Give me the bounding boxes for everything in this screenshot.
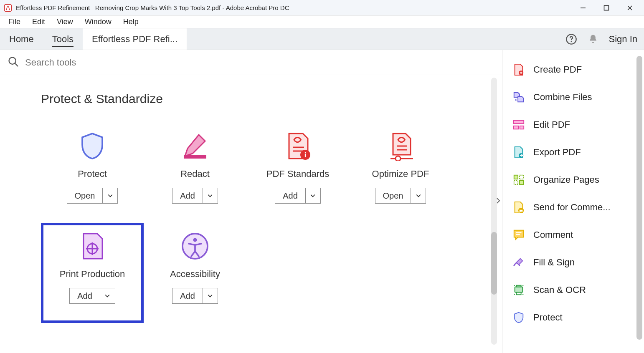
notifications-icon[interactable] (587, 33, 599, 45)
svg-text:i: i (304, 151, 307, 159)
search-icon (8, 56, 19, 69)
tab-row: Home Tools Effortless PDF Refi... Sign I… (0, 28, 644, 50)
rp-label: Send for Comme... (533, 202, 611, 213)
rp-item-edit-pdf[interactable]: Edit PDF (512, 113, 641, 136)
rp-item-export-pdf[interactable]: Export PDF (512, 141, 641, 164)
rp-label: Fill & Sign (533, 257, 575, 268)
search-input[interactable] (25, 57, 494, 68)
optimize-pdf-icon (385, 131, 416, 161)
right-panel-collapse-button[interactable] (494, 192, 502, 209)
fill-sign-icon (512, 256, 525, 269)
rp-label: Create PDF (533, 64, 582, 75)
svg-rect-24 (514, 121, 524, 124)
tool-dropdown-button[interactable] (203, 288, 218, 304)
tool-open-button[interactable]: Open (375, 188, 411, 204)
menu-help[interactable]: Help (117, 17, 145, 27)
svg-point-22 (193, 238, 197, 242)
scan-ocr-icon (512, 284, 525, 296)
redact-icon (180, 131, 210, 161)
svg-rect-2 (604, 5, 609, 10)
svg-rect-25 (514, 126, 518, 129)
menu-window[interactable]: Window (79, 17, 117, 27)
tool-card-accessibility[interactable]: Accessibility Add (144, 223, 246, 323)
tool-dropdown-button[interactable] (103, 188, 118, 204)
rp-label: Organize Pages (533, 174, 599, 185)
create-pdf-icon (512, 63, 525, 76)
main-area: Protect & Standardize Protect Open (0, 50, 502, 353)
svg-rect-28 (514, 175, 518, 179)
rp-item-send-for-comments[interactable]: Send for Comme... (512, 196, 641, 219)
tool-label: Protect (78, 169, 107, 179)
svg-rect-29 (520, 175, 523, 179)
menu-edit[interactable]: Edit (26, 17, 51, 27)
tab-document[interactable]: Effortless PDF Refi... (83, 28, 187, 50)
tool-label: Redact (180, 169, 210, 179)
svg-rect-37 (516, 292, 521, 295)
scrollbar-thumb[interactable] (491, 232, 497, 295)
rp-item-protect[interactable]: Protect (512, 306, 641, 329)
tool-label: PDF Standards (266, 169, 329, 179)
rp-label: Edit PDF (533, 119, 570, 130)
tool-add-button[interactable]: Add (172, 288, 203, 304)
tool-card-optimize-pdf[interactable]: Optimize PDF Open (349, 123, 452, 223)
right-panel-scrollbar[interactable] (636, 56, 642, 340)
rp-item-create-pdf[interactable]: Create PDF (512, 58, 641, 81)
rp-label: Protect (533, 312, 563, 323)
comment-icon (512, 229, 525, 241)
section-title: Protect & Standardize (41, 92, 492, 106)
combine-files-icon (512, 91, 525, 103)
tool-add-button[interactable]: Add (275, 188, 306, 204)
window-minimize-button[interactable] (571, 0, 595, 16)
tool-label: Accessibility (170, 269, 220, 280)
tool-card-print-production[interactable]: Print Production Add (41, 223, 144, 323)
svg-rect-35 (515, 287, 523, 292)
svg-rect-26 (520, 126, 524, 129)
tool-card-redact[interactable]: Redact Add (144, 123, 246, 223)
tool-dropdown-button[interactable] (306, 188, 321, 204)
sign-in-link[interactable]: Sign In (609, 34, 638, 45)
rp-item-fill-sign[interactable]: Fill & Sign (512, 251, 641, 274)
menu-file[interactable]: File (3, 17, 26, 27)
rp-item-combine-files[interactable]: Combine Files (512, 86, 641, 108)
rp-label: Combine Files (533, 92, 592, 103)
pdf-standards-icon: i (283, 131, 313, 161)
window-title: Effortless PDF Refinement_ Removing Crop… (16, 4, 289, 11)
send-for-comments-icon (512, 201, 525, 214)
rp-label: Comment (533, 229, 573, 240)
tool-dropdown-button[interactable] (203, 188, 218, 204)
tool-dropdown-button[interactable] (411, 188, 426, 204)
export-pdf-icon (512, 146, 525, 159)
main-scrollbar[interactable] (491, 78, 497, 345)
tab-tools[interactable]: Tools (43, 28, 83, 50)
tool-open-button[interactable]: Open (67, 188, 103, 204)
svg-rect-31 (520, 181, 523, 184)
acrobat-app-icon (4, 4, 12, 12)
tool-dropdown-button[interactable] (100, 288, 115, 304)
titlebar: Effortless PDF Refinement_ Removing Crop… (0, 0, 644, 16)
search-row (0, 50, 502, 75)
organize-pages-icon (512, 174, 525, 186)
tool-label: Print Production (60, 269, 125, 280)
protect-shield-icon (512, 311, 525, 324)
help-icon[interactable] (565, 33, 577, 45)
window-close-button[interactable] (618, 0, 641, 16)
svg-rect-0 (5, 4, 12, 11)
tab-home[interactable]: Home (0, 28, 43, 50)
tool-card-pdf-standards[interactable]: i PDF Standards Add (246, 123, 349, 223)
accessibility-icon (180, 231, 210, 261)
print-production-icon (77, 231, 107, 261)
tool-card-protect[interactable]: Protect Open (41, 123, 144, 223)
rp-item-comment[interactable]: Comment (512, 224, 641, 246)
rp-label: Export PDF (533, 147, 581, 158)
svg-rect-9 (184, 155, 206, 159)
rp-item-scan-ocr[interactable]: Scan & OCR (512, 279, 641, 301)
tool-add-button[interactable]: Add (172, 188, 203, 204)
svg-rect-36 (516, 285, 521, 287)
window-maximize-button[interactable] (595, 0, 618, 16)
top-right-controls: Sign In (559, 28, 644, 50)
tool-label: Optimize PDF (372, 169, 429, 179)
tool-add-button[interactable]: Add (69, 288, 100, 304)
menu-view[interactable]: View (51, 17, 79, 27)
menubar: File Edit View Window Help (0, 16, 644, 28)
rp-item-organize-pages[interactable]: Organize Pages (512, 169, 641, 191)
